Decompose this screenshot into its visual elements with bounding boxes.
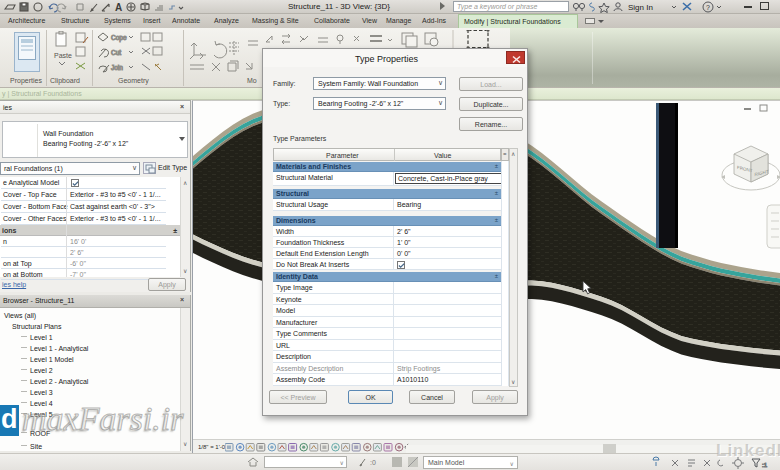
svg-text:?: ? — [706, 4, 710, 11]
svg-text::0: :0 — [370, 459, 376, 466]
svg-text:Cut: Cut — [111, 49, 121, 56]
svg-text:Sign In: Sign In — [628, 3, 653, 12]
svg-text:A: A — [115, 2, 122, 13]
svg-text::1: :1 — [762, 462, 768, 468]
svg-text:Join: Join — [111, 64, 123, 71]
svg-text:Cope: Cope — [111, 34, 127, 42]
svg-text:Paste: Paste — [54, 52, 72, 59]
